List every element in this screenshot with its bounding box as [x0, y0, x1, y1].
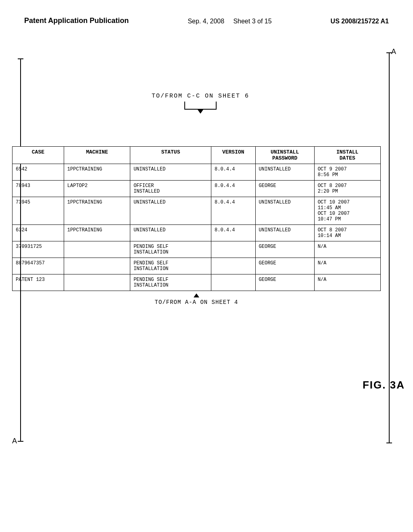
left-brace-top-tick: [18, 58, 23, 59]
cell-install: OCT 8 200710:14 AM: [314, 225, 380, 241]
cell-install: N/A: [314, 241, 380, 258]
cell-install: N/A: [314, 274, 380, 291]
cell-uninstall: UNINSTALLED: [255, 225, 314, 241]
cell-case: 370931725: [13, 241, 64, 258]
cell-status: PENDING SELFINSTALLATION: [130, 274, 211, 291]
cell-uninstall: GEORGE: [255, 274, 314, 291]
cell-version: [211, 241, 256, 258]
cell-case: 78943: [13, 181, 64, 197]
cell-machine: [64, 241, 130, 258]
cc-bracket-shape: [184, 102, 217, 113]
aa-text: TO/FROM A-A ON SHEET 4: [155, 299, 238, 305]
cell-uninstall: UNINSTALLED: [255, 197, 314, 225]
cell-install: OCT 8 20072:20 PM: [314, 181, 380, 197]
cell-install: OCT 10 200711:45 AMOCT 10 200710:47 PM: [314, 197, 380, 225]
cell-uninstall: GEORGE: [255, 258, 314, 274]
header-sheet: Sheet 3 of 15: [233, 18, 271, 25]
cc-arrows: [24, 102, 377, 113]
right-brace-bot-tick: [386, 443, 392, 443]
cell-status: UNINSTALLED: [130, 225, 211, 241]
table-row: PATENT 123PENDING SELFINSTALLATIONGEORGE…: [13, 274, 381, 291]
cell-machine: 1PPCTRAINING: [64, 164, 130, 181]
table-header-row: CASE MACHINE STATUS VERSION UNINSTALLPAS…: [13, 147, 381, 164]
cc-left-line: [184, 102, 185, 109]
col-header-version: VERSION: [211, 147, 256, 164]
a-indicator-bottom-left: A: [12, 437, 17, 445]
col-header-uninstall: UNINSTALLPASSWORD: [255, 147, 314, 164]
cell-version: 8.0.4.4: [211, 225, 256, 241]
cell-machine: [64, 258, 130, 274]
cell-status: PENDING SELFINSTALLATION: [130, 241, 211, 258]
cell-machine: 1PPCTRAINING: [64, 225, 130, 241]
cell-status: PENDING SELFINSTALLATION: [130, 258, 211, 274]
a-indicator-top-right: A: [391, 48, 396, 56]
aa-arrow-shape: [194, 293, 199, 297]
cell-machine: LAPTOP2: [64, 181, 130, 197]
header-date: Sep. 4, 2008: [188, 18, 224, 25]
cell-install: OCT 9 20078:56 PM: [314, 164, 380, 181]
header-title: Patent Application Publication: [24, 16, 129, 25]
cc-arrow-down: [198, 110, 203, 114]
col-header-install: INSTALLDATES: [314, 147, 380, 164]
cell-version: 8.0.4.4: [211, 164, 256, 181]
aa-label: TO/FROM A-A ON SHEET 4: [12, 293, 381, 305]
cell-case: 73945: [13, 197, 64, 225]
col-header-status: STATUS: [130, 147, 211, 164]
cell-case: 6542: [13, 164, 64, 181]
cell-version: 8.0.4.4: [211, 197, 256, 225]
cell-case: PATENT 123: [13, 274, 64, 291]
cc-right-line: [216, 102, 217, 109]
cell-status: OFFICERINSTALLED: [130, 181, 211, 197]
page-container: Patent Application Publication Sep. 4, 2…: [0, 0, 413, 532]
left-brace-bot-tick: [18, 441, 23, 442]
cell-status: UNINSTALLED: [130, 164, 211, 181]
cc-label: TO/FROM C-C ON SHEET 6: [24, 93, 377, 100]
cell-status: UNINSTALLED: [130, 197, 211, 225]
fig-label: FIG. 3A: [363, 379, 405, 391]
cell-version: [211, 274, 256, 291]
cell-version: [211, 258, 256, 274]
table-row: 78943LAPTOP2OFFICERINSTALLED8.0.4.4GEORG…: [13, 181, 381, 197]
cell-version: 8.0.4.4: [211, 181, 256, 197]
cell-uninstall: UNINSTALLED: [255, 164, 314, 181]
cell-case: 8879647357: [13, 258, 64, 274]
table-row: 65421PPCTRAININGUNINSTALLED8.0.4.4UNINST…: [13, 164, 381, 181]
table-wrapper: CASE MACHINE STATUS VERSION UNINSTALLPAS…: [12, 146, 381, 305]
cell-uninstall: GEORGE: [255, 181, 314, 197]
table-row: 8879647357PENDING SELFINSTALLATIONGEORGE…: [13, 258, 381, 274]
cell-machine: 1PPCTRAINING: [64, 197, 130, 225]
cell-case: 6324: [13, 225, 64, 241]
col-header-case: CASE: [13, 147, 64, 164]
cell-machine: [64, 274, 130, 291]
table-row: 63241PPCTRAININGUNINSTALLED8.0.4.4UNINST…: [13, 225, 381, 241]
col-header-machine: MACHINE: [64, 147, 130, 164]
aa-arrow-up: [12, 293, 381, 297]
header-date-sheet: Sep. 4, 2008 Sheet 3 of 15: [188, 16, 271, 25]
cell-install: N/A: [314, 258, 380, 274]
table-row: 739451PPCTRAININGUNINSTALLED8.0.4.4UNINS…: [13, 197, 381, 225]
page-header: Patent Application Publication Sep. 4, 2…: [0, 0, 413, 33]
cell-uninstall: GEORGE: [255, 241, 314, 258]
header-patent: US 2008/215722 A1: [331, 16, 389, 25]
cc-connector-area: TO/FROM C-C ON SHEET 6: [24, 81, 377, 113]
table-row: 370931725PENDING SELFINSTALLATIONGEORGEN…: [13, 241, 381, 258]
data-table: CASE MACHINE STATUS VERSION UNINSTALLPAS…: [12, 146, 381, 291]
